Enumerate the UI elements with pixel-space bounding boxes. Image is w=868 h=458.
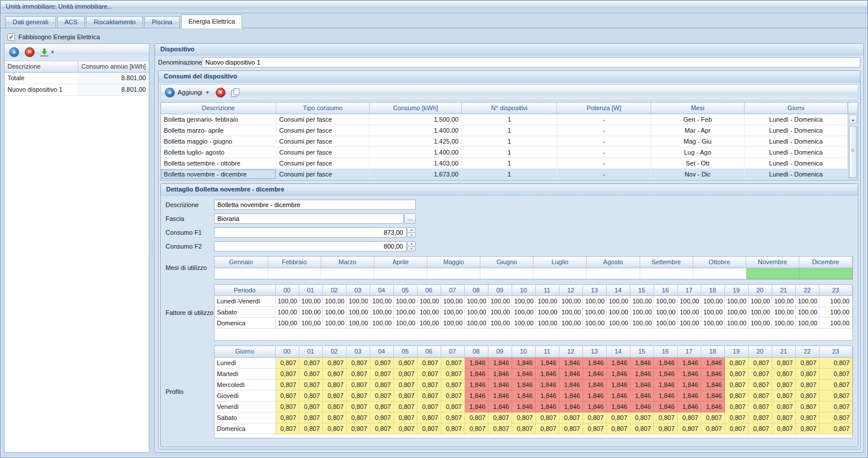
- month-cell-agosto[interactable]: [587, 268, 640, 279]
- value-cell[interactable]: 100,00: [393, 318, 417, 329]
- consumo-f1-stepper[interactable]: ▲▼: [407, 227, 416, 238]
- value-cell[interactable]: 100,00: [583, 318, 606, 329]
- value-cell[interactable]: 100,00: [464, 318, 488, 329]
- fabbisogno-checkbox[interactable]: ✔: [7, 33, 15, 41]
- value-cell[interactable]: 100,00: [795, 318, 819, 329]
- value-cell[interactable]: 100,00: [488, 296, 512, 307]
- consumi-col-giorni[interactable]: Giorni: [745, 103, 848, 114]
- value-cell[interactable]: 100,00: [583, 307, 606, 318]
- value-cell[interactable]: 100,00: [795, 296, 819, 307]
- scroll-up-icon[interactable]: ▲: [849, 115, 857, 124]
- value-cell[interactable]: 100,00: [417, 296, 441, 307]
- value-cell[interactable]: 100,00: [299, 318, 322, 329]
- value-cell[interactable]: 100,00: [488, 318, 512, 329]
- consumi-scrollbar[interactable]: ▲ ▼: [848, 103, 858, 180]
- export-button[interactable]: ▼: [40, 48, 55, 57]
- value-cell[interactable]: 100,00: [559, 307, 583, 318]
- descrizione-input[interactable]: [214, 200, 416, 210]
- month-cell-ottobre[interactable]: [693, 268, 746, 279]
- value-cell[interactable]: 100,00: [748, 307, 772, 318]
- value-cell[interactable]: 100,00: [535, 296, 559, 307]
- stepper-up-icon[interactable]: ▲: [407, 241, 416, 246]
- value-cell[interactable]: 100,00: [417, 307, 441, 318]
- copy-consumo-button[interactable]: [231, 88, 239, 97]
- month-cell-marzo[interactable]: [321, 268, 374, 279]
- month-cell-maggio[interactable]: [427, 268, 480, 279]
- tab-dati-generali[interactable]: Dati generali: [5, 16, 56, 28]
- value-cell[interactable]: 100,00: [819, 296, 852, 307]
- month-cell-novembre[interactable]: [746, 268, 799, 279]
- value-cell[interactable]: 100,00: [701, 296, 724, 307]
- stepper-up-icon[interactable]: ▲: [407, 227, 416, 232]
- month-cell-aprile[interactable]: [374, 268, 427, 279]
- month-cell-gennaio[interactable]: [215, 268, 268, 279]
- month-cell-febbraio[interactable]: [268, 268, 321, 279]
- value-cell[interactable]: 100,00: [559, 318, 583, 329]
- consumi-row[interactable]: Bolletta novembre - dicembreConsumi per …: [161, 169, 848, 180]
- stepper-down-icon[interactable]: ▼: [407, 232, 416, 238]
- consumi-row[interactable]: Bolletta luglio- agostoConsumi per fasce…: [161, 147, 848, 158]
- value-cell[interactable]: 100,00: [606, 296, 630, 307]
- devices-col-consumo[interactable]: Consumo annuo [kWh]: [78, 61, 149, 72]
- value-cell[interactable]: 100,00: [535, 307, 559, 318]
- stepper-down-icon[interactable]: ▼: [407, 246, 416, 252]
- value-cell[interactable]: 100,00: [512, 307, 535, 318]
- value-cell[interactable]: 100,00: [559, 296, 583, 307]
- value-cell[interactable]: 100,00: [772, 296, 795, 307]
- value-cell[interactable]: 100,00: [583, 296, 606, 307]
- tab-riscaldamento[interactable]: Riscaldamento: [86, 16, 143, 28]
- value-cell[interactable]: 100,00: [488, 307, 512, 318]
- month-cell-settembre[interactable]: [640, 268, 693, 279]
- tab-acs[interactable]: ACS: [57, 16, 85, 28]
- consumo-f2-stepper[interactable]: ▲▼: [407, 241, 416, 251]
- devices-col-descrizione[interactable]: Descrizione: [5, 61, 78, 72]
- consumi-col-n[interactable]: N° dispositivi: [462, 103, 557, 114]
- delete-device-button[interactable]: ✕: [25, 47, 35, 57]
- consumo-f1-input[interactable]: [214, 227, 407, 238]
- denominazione-input[interactable]: [202, 57, 861, 67]
- value-cell[interactable]: 100,00: [370, 296, 393, 307]
- value-cell[interactable]: 100,00: [795, 307, 819, 318]
- value-cell[interactable]: 100,00: [512, 318, 535, 329]
- value-cell[interactable]: 100,00: [275, 307, 299, 318]
- panel-splitter[interactable]: [149, 43, 155, 453]
- value-cell[interactable]: 100,00: [653, 307, 677, 318]
- value-cell[interactable]: 100,00: [606, 318, 630, 329]
- value-cell[interactable]: 100,00: [346, 318, 370, 329]
- value-cell[interactable]: 100,00: [393, 307, 417, 318]
- consumi-row[interactable]: Bolletta gennario- febbraioConsumi per f…: [161, 114, 848, 125]
- value-cell[interactable]: 100,00: [677, 296, 701, 307]
- value-cell[interactable]: 100,00: [393, 296, 417, 307]
- value-cell[interactable]: 100,00: [748, 296, 772, 307]
- consumi-row[interactable]: Bolletta settembre - ottobreConsumi per …: [161, 158, 848, 169]
- consumi-row[interactable]: Bolletta maggio - giugnoConsumi per fasc…: [161, 136, 848, 147]
- month-cell-dicembre[interactable]: [799, 268, 852, 279]
- value-cell[interactable]: 100,00: [819, 318, 852, 329]
- consumi-col-descrizione[interactable]: Descrizione: [161, 103, 276, 114]
- value-cell[interactable]: 100,00: [464, 307, 488, 318]
- value-cell[interactable]: 100,00: [701, 307, 724, 318]
- month-cell-luglio[interactable]: [533, 268, 587, 279]
- value-cell[interactable]: 100,00: [512, 296, 535, 307]
- add-device-button[interactable]: +: [9, 47, 19, 57]
- consumi-col-consumo[interactable]: Consumo [kWh]: [370, 103, 462, 114]
- aggiungi-button[interactable]: + Aggiungi ▼: [165, 88, 210, 97]
- value-cell[interactable]: 100,00: [346, 307, 370, 318]
- scroll-thumb[interactable]: [849, 126, 857, 178]
- value-cell[interactable]: 100,00: [630, 307, 653, 318]
- value-cell[interactable]: 100,00: [701, 318, 724, 329]
- value-cell[interactable]: 100,00: [724, 318, 748, 329]
- value-cell[interactable]: 100,00: [370, 307, 393, 318]
- value-cell[interactable]: 100,00: [441, 307, 464, 318]
- value-cell[interactable]: 100,00: [299, 296, 322, 307]
- value-cell[interactable]: 100,00: [370, 318, 393, 329]
- value-cell[interactable]: 100,00: [653, 318, 677, 329]
- value-cell[interactable]: 100,00: [606, 307, 630, 318]
- scroll-track[interactable]: [848, 125, 858, 170]
- delete-consumo-button[interactable]: ✕: [216, 88, 226, 97]
- value-cell[interactable]: 100,00: [417, 318, 441, 329]
- value-cell[interactable]: 100,00: [724, 307, 748, 318]
- value-cell[interactable]: 100,00: [748, 318, 772, 329]
- device-row[interactable]: Nuovo dispositivo 18.801,00: [5, 84, 149, 96]
- value-cell[interactable]: 100,00: [322, 307, 346, 318]
